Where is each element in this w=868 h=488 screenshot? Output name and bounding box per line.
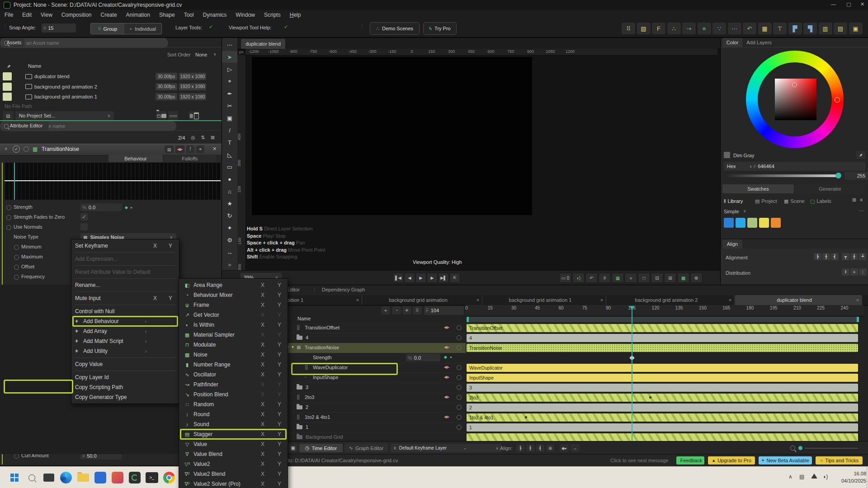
attribute-row[interactable]: Strength Fades to Zero ✓ (0, 212, 222, 222)
taskbar-clock[interactable]: 16.08 04/10/2025 (835, 470, 866, 484)
align-button[interactable]: ┣ (814, 253, 821, 260)
context-menu-item[interactable]: Copy Scripting Path (71, 382, 179, 392)
menu-item[interactable]: View (36, 12, 57, 18)
tab-dependency-graph[interactable]: Dependency Graph (322, 287, 365, 292)
timeline-options-button[interactable]: ▣ (288, 444, 297, 452)
toolbar-icon[interactable]: ∴ (667, 22, 681, 35)
tab-attribute-editor[interactable]: Attribute Editor (4, 121, 49, 130)
close-tab-icon[interactable]: × (726, 297, 734, 303)
hue-cursor[interactable] (835, 97, 840, 103)
viewport-tool-icon[interactable]: ✂ (222, 100, 237, 112)
tab-add-layers[interactable]: Add Layers (743, 38, 775, 47)
solo-circle-icon[interactable] (457, 375, 462, 380)
taskbar-search-icon[interactable] (24, 470, 39, 485)
volume-icon[interactable]: ◖) (823, 474, 828, 480)
context-menu-item[interactable] (75, 305, 175, 305)
viewport-tool-icon[interactable]: ⌂ (222, 185, 237, 197)
menu-item[interactable]: Shape (155, 12, 179, 18)
submenu-item[interactable]: ∇² Value2 Blend X Y (179, 469, 288, 479)
attribute-row[interactable]: Use Normals (0, 222, 222, 232)
color-swatch[interactable] (759, 218, 769, 228)
context-menu-item[interactable] (75, 291, 175, 292)
key-shape-button[interactable]: ◆▸ (560, 444, 569, 452)
toolbar-icon[interactable]: F (651, 22, 666, 35)
viewport-tool-icon[interactable]: ⋯ (222, 39, 237, 51)
viewport-tool-icon[interactable]: ➤ (222, 51, 237, 63)
toolbar-icon[interactable]: ⠿ (621, 22, 636, 35)
status-badge[interactable]: ▲Upgrade to Pro (708, 456, 755, 465)
cavalry-app-icon[interactable] (127, 470, 142, 485)
menu-item[interactable]: Animation (122, 12, 155, 18)
context-menu-item[interactable]: Control with Null (71, 306, 179, 316)
tab-generator[interactable]: Generator (795, 184, 865, 193)
track-lane[interactable] (466, 432, 863, 441)
align-button[interactable]: ╂ (822, 253, 830, 260)
timeline-row[interactable]: Background Grid (285, 432, 863, 441)
vertical-ruler[interactable]: 450300150-150-300-450 (237, 55, 246, 270)
sv-cursor[interactable] (792, 82, 797, 87)
close-tab-icon[interactable]: × (354, 297, 362, 303)
viewport-tool-icon[interactable]: ▭ (222, 161, 237, 173)
solo-circle-icon[interactable] (457, 425, 462, 430)
align-keys-button[interactable]: ⊞ (546, 444, 554, 452)
submenu-item[interactable]: ∷ Random X Y (179, 399, 288, 409)
track-bar[interactable]: TransitionOffset (467, 324, 858, 332)
filter-sort-icon[interactable]: ⇅ (201, 135, 205, 141)
layer-name-cell[interactable]: ⣿ TransitionOffset ◀▶ (285, 323, 466, 333)
layer-name-cell[interactable]: ⣿ 2to3 ◀▶ (285, 393, 466, 403)
asset-row[interactable]: duplicator blend 30.00fps 868 x 488 (0, 71, 222, 81)
layer-name-cell[interactable]: ⣿ 1to2 & 4to1 ◀▶ (285, 413, 466, 423)
submenu-item[interactable]: ⊓ Modulate X Y (179, 340, 288, 350)
context-menu-item[interactable] (75, 265, 175, 266)
context-menu-item[interactable] (75, 357, 175, 358)
viewport-tool-icon[interactable]: ↻ (222, 210, 237, 221)
tab-align[interactable]: Align (722, 239, 742, 249)
align-button[interactable]: ┫ (831, 253, 839, 260)
in-out-connection-icon[interactable]: ◀▶ (444, 365, 449, 369)
range-start-handle[interactable] (467, 317, 469, 322)
viewport-tool-icon[interactable]: ✒ (222, 88, 237, 99)
layer-name-cell[interactable]: Background Grid (285, 432, 466, 441)
toolbar-icon[interactable]: ▥ (818, 22, 833, 35)
asset-color-chip[interactable] (3, 83, 12, 91)
canvas-artboard[interactable] (252, 57, 532, 215)
socket-icon[interactable] (6, 215, 11, 220)
playhead-handle[interactable] (629, 306, 635, 310)
viewport-tool-icon[interactable]: ⌖ (222, 75, 237, 87)
assets-name-header[interactable]: Name (28, 63, 41, 69)
timeline-range-bar[interactable] (467, 317, 859, 322)
color-swatch[interactable] (724, 218, 734, 228)
timeline-name-header[interactable]: Name (297, 316, 311, 321)
task-view-icon[interactable] (42, 470, 56, 485)
keyframe-diamond-icon[interactable]: ◆ (444, 355, 447, 359)
viewport-tool-icon[interactable]: ▣ (222, 112, 237, 124)
track-lane[interactable]: 1 (466, 422, 863, 433)
start-button[interactable] (7, 470, 22, 485)
key-stretch-button[interactable]: ↔ (571, 444, 580, 452)
context-menu-item[interactable] (75, 278, 175, 279)
timeline-row[interactable]: ▫ InputShape ◀▶ InputShape (285, 373, 863, 383)
close-icon[interactable]: ✕ (212, 146, 217, 152)
alpha-knob[interactable] (835, 173, 841, 178)
solo-circle-icon[interactable] (457, 405, 462, 410)
collapse-chevron-icon[interactable]: ∨ (5, 146, 8, 151)
enabled-check-icon[interactable]: ✓ (13, 145, 20, 153)
in-out-connection-icon[interactable]: ◀▶ (444, 395, 449, 399)
align-button[interactable]: ╂ (850, 253, 858, 260)
timeline-composition-tab[interactable]: background grid animation× (363, 295, 482, 305)
track-bar[interactable]: 4 (467, 334, 858, 342)
toolbar-icon[interactable]: ▜ (803, 22, 817, 35)
menu-item[interactable]: Help (285, 12, 306, 18)
motion-blur-toggle[interactable]: ◔ (392, 306, 401, 314)
tab-falloffs[interactable]: Falloffs (164, 155, 216, 162)
color-mode-dropdown[interactable]: Hex∨ (724, 162, 755, 171)
socket-icon[interactable] (6, 205, 11, 210)
labels-button[interactable]: ▢Labels (810, 197, 831, 205)
track-lane[interactable]: 3 (466, 383, 863, 393)
snap-toggle[interactable]: ✛ (402, 306, 411, 314)
attribute-row[interactable]: Strength %0.0 ◆ ▸ (0, 202, 222, 212)
track-bar[interactable]: 1 (467, 423, 858, 432)
track-bar[interactable]: 3 (467, 384, 858, 392)
submenu-item[interactable]: ▮ Number Range X Y (179, 360, 288, 370)
track-lane[interactable]: 4 (466, 333, 863, 343)
